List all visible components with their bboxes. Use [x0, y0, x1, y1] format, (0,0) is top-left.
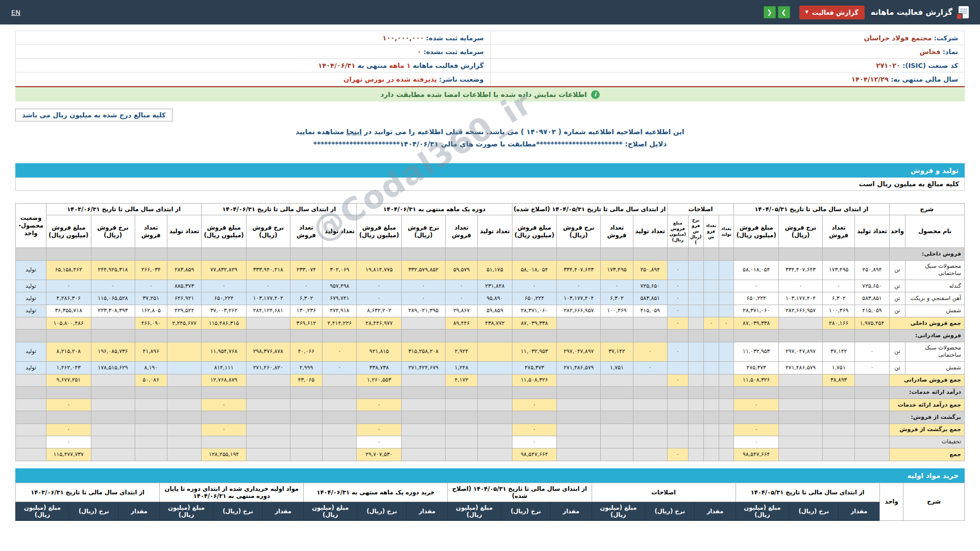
value-cell — [246, 330, 290, 342]
value-cell: ۲۸۳,۸۵۹ — [167, 260, 201, 280]
value-cell — [688, 362, 703, 374]
correction-notice-part3: مشاهده نمایید — [296, 128, 344, 136]
value-cell — [855, 330, 889, 342]
table-row: شمشتن۴۱۵,۰۵۹۱۰۰,۳۶۹۲۸۲,۶۶۶,۹۵۷۲۸,۳۷۱,۰۶۰… — [16, 305, 965, 317]
value-cell: ۱۱۵,۰۶۵,۵۲۸ — [91, 292, 135, 305]
column-header: نرخ فروش (ریال) — [557, 215, 601, 248]
value-cell: ۲,۲۴۵,۶۷۷ — [167, 317, 201, 330]
value-cell: ۳۳۴,۴۰۷,۶۴۳ — [779, 260, 823, 280]
value-cell: ۲۸۴,۱۲۴,۶۸۱ — [246, 305, 290, 317]
next-announcement-button[interactable]: ❯ — [778, 6, 790, 18]
main-content: شرکت: مجتمع فولاد خراسان سرمایه ثبت شده:… — [0, 24, 980, 521]
top-bar: گزارش فعالیت ماهانه گزارش فعالیت ▼ ❯ ❮ E… — [0, 0, 980, 24]
value-cell — [167, 374, 201, 386]
value-cell — [91, 448, 135, 461]
value-cell — [402, 423, 446, 436]
value-cell — [478, 342, 512, 362]
value-cell — [855, 248, 889, 260]
value-cell — [402, 448, 446, 461]
value-cell — [719, 248, 734, 260]
value-cell — [703, 374, 719, 386]
value-cell: ۳۷,۰۰۳,۲۶۲ — [202, 305, 247, 317]
value-cell: ۰ — [91, 280, 135, 292]
value-cell: ۱,۷۵۱ — [822, 362, 854, 374]
value-cell — [688, 448, 703, 461]
section-row: فروش صادراتی: — [16, 330, 965, 342]
value-cell — [667, 436, 688, 448]
value-cell: ۱۷۳,۴۹۵ — [822, 260, 854, 280]
value-cell — [719, 386, 734, 398]
column-header: مبلغ فروش (میلیون ریال) — [734, 215, 779, 248]
value-cell: ۶۵۰,۲۲۴ — [734, 292, 779, 305]
value-cell: ۵۸۳,۸۵۱ — [855, 292, 889, 305]
value-cell: ۰ — [855, 342, 889, 362]
previous-version-link[interactable]: اینجا — [347, 128, 362, 136]
column-header: نرخ (ریال) — [213, 502, 262, 520]
value-cell — [688, 260, 703, 280]
value-cell: ۸۸۵,۳۷۳ — [167, 280, 201, 292]
value-cell — [633, 411, 667, 423]
value-cell: ۳۰۲,۰۶۹ — [323, 260, 357, 280]
value-cell: ۰ — [734, 436, 779, 448]
correction-notice-part1: این اطلاعیه اصلاحیه اطلاعیه شماره ( — [558, 128, 684, 136]
value-cell: ۰ — [402, 280, 446, 292]
value-cell: ۱۱,۵۰۸,۳۲۶ — [512, 374, 557, 386]
value-cell: ۹۸,۵۴۷,۶۶۴ — [512, 448, 557, 461]
value-cell — [402, 374, 446, 386]
value-cell — [601, 399, 633, 411]
value-cell — [167, 248, 201, 260]
value-cell: ۰ — [667, 305, 688, 317]
value-cell — [478, 448, 512, 461]
language-switch[interactable]: EN — [11, 9, 20, 16]
value-cell — [246, 399, 290, 411]
column-header: از ابتدای سال مالی تا تاریخ ۱۴۰۳/۰۶/۳۱ — [16, 483, 160, 502]
value-cell — [667, 399, 688, 411]
section-row: درآمد ارائه خدمات: — [16, 386, 965, 398]
unit-cell: تن — [889, 362, 905, 374]
value-cell — [703, 436, 719, 448]
status-cell — [16, 436, 46, 448]
value-cell: ۲۸,۳۷۱,۰۶۰ — [734, 305, 779, 317]
value-cell: ۸,۱۹۰ — [135, 362, 167, 374]
status-cell — [16, 411, 46, 423]
isic-label: کد صنعت (ISIC): — [902, 62, 958, 69]
value-cell — [601, 411, 633, 423]
value-cell: ۰ — [290, 280, 322, 292]
value-cell: ۰ — [445, 292, 477, 305]
status-cell: تولید — [16, 280, 46, 292]
registered-capital-value: ۱۰۰,۰۰۰,۰۰۰ — [382, 34, 424, 42]
report-type-dropdown[interactable]: گزارش فعالیت ▼ — [799, 6, 865, 19]
value-cell — [779, 411, 823, 423]
value-cell — [445, 386, 477, 398]
value-cell — [633, 436, 667, 448]
value-cell — [46, 248, 91, 260]
status-cell: تولید — [16, 305, 46, 317]
column-header: وضعیت محصول-واحد — [16, 204, 46, 248]
value-cell: ۱۱,۰۳۲,۹۵۳ — [734, 342, 779, 362]
value-cell: ۱۷۳,۴۹۵ — [601, 260, 633, 280]
value-cell — [478, 374, 512, 386]
value-cell: ۲۸,۴۴۶,۹۷۷ — [357, 317, 402, 330]
value-cell: ۴۷۴,۹۱۸ — [323, 305, 357, 317]
value-cell — [822, 330, 854, 342]
value-cell — [734, 248, 779, 260]
value-cell — [290, 436, 322, 448]
column-header: نرخ فروش (ریال) — [402, 215, 446, 248]
value-cell — [719, 436, 734, 448]
value-cell — [167, 386, 201, 398]
correction-reasons-text: ************************مطابقت با صورت ه… — [313, 140, 623, 148]
company-name[interactable]: مجتمع فولاد خراسان — [864, 34, 932, 42]
value-cell — [91, 411, 135, 423]
value-cell — [246, 436, 290, 448]
value-cell: ۲۷۱,۴۸۶,۵۷۹ — [557, 362, 601, 374]
value-cell — [557, 411, 601, 423]
value-cell: ۱۹,۸۱۴,۷۷۵ — [357, 260, 402, 280]
value-cell: ۰ — [667, 374, 688, 386]
previous-announcement-button[interactable]: ❮ — [764, 6, 776, 18]
table-row: جمع برگشت از فروش۰۰۰۰۰ — [16, 423, 965, 436]
column-header: نرخ (ریال) — [501, 502, 551, 520]
row-label: جمع برگشت از فروش — [889, 423, 964, 436]
value-cell — [246, 374, 290, 386]
value-cell: ۲۴۴,۹۲۵,۳۱۸ — [91, 260, 135, 280]
value-cell — [135, 423, 167, 436]
